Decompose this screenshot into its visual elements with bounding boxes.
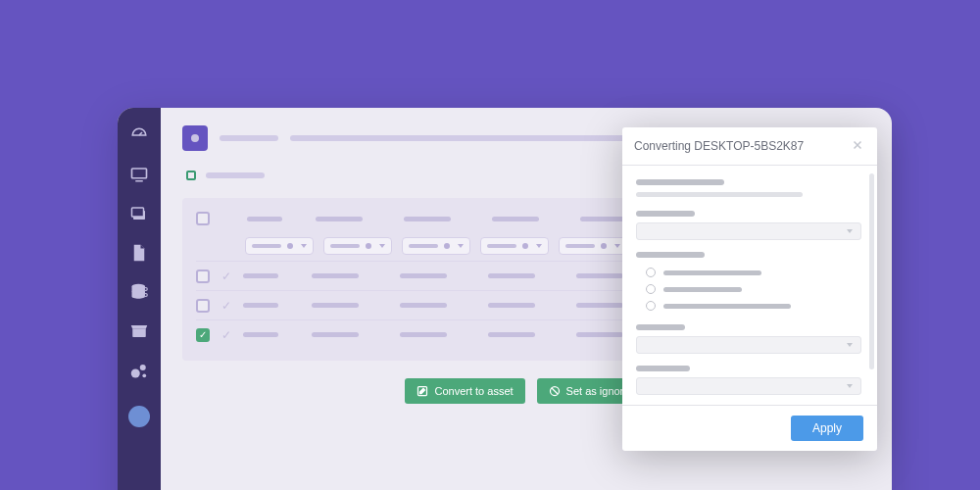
cell (488, 303, 535, 308)
cell (400, 332, 447, 337)
cell (576, 303, 623, 308)
column-header (316, 217, 363, 221)
cell (312, 332, 359, 337)
field-label (636, 324, 685, 330)
user-avatar[interactable] (128, 406, 150, 427)
cell (243, 273, 278, 278)
cell (488, 273, 535, 278)
svg-point-7 (131, 369, 140, 378)
status-square-icon (186, 171, 196, 180)
dropdown-field[interactable] (636, 377, 861, 395)
cell (400, 273, 447, 278)
dialog-body (622, 166, 877, 405)
cell (488, 332, 535, 337)
cell (312, 273, 359, 278)
ban-icon (549, 385, 561, 397)
select-all-checkbox[interactable] (196, 212, 210, 225)
dialog-footer: Apply (622, 405, 877, 451)
svg-point-9 (142, 373, 146, 377)
cell (243, 303, 278, 308)
check-icon: ✓ (221, 299, 231, 313)
sidebar-item-database[interactable] (128, 282, 150, 302)
sidebar-item-dashboard[interactable] (128, 125, 150, 145)
cell (400, 303, 447, 308)
dialog-scrollbar[interactable] (869, 173, 874, 369)
button-label: Convert to asset (434, 385, 513, 397)
sidebar (118, 108, 161, 490)
dialog-header: Converting DESKTOP-5BS2K87 (622, 127, 877, 166)
chevron-down-icon (847, 229, 853, 233)
column-header (247, 217, 282, 221)
cell (576, 273, 623, 278)
close-icon (852, 139, 863, 151)
field-label (636, 366, 690, 371)
chevron-down-icon (847, 343, 853, 347)
radio-icon (646, 284, 656, 294)
button-label: Apply (812, 421, 842, 435)
placeholder-line (206, 172, 265, 178)
svg-point-4 (144, 288, 147, 291)
radio-option[interactable] (636, 301, 861, 311)
convert-to-asset-button[interactable]: Convert to asset (405, 378, 524, 404)
dropdown-field[interactable] (636, 222, 861, 240)
dialog-title: Converting DESKTOP-5BS2K87 (634, 139, 804, 153)
radio-icon (646, 301, 656, 311)
field-label (636, 252, 705, 258)
chevron-down-icon (847, 384, 853, 388)
radio-label (663, 304, 791, 309)
svg-rect-6 (132, 329, 146, 337)
edit-icon (416, 385, 428, 397)
field-label (636, 211, 695, 217)
radio-icon (646, 268, 656, 277)
document-icon (132, 244, 146, 262)
column-header (492, 217, 539, 221)
filter-dropdown[interactable] (559, 237, 627, 255)
placeholder-line (220, 135, 278, 141)
desktop-icon (130, 167, 148, 182)
field-description (636, 192, 803, 197)
filter-dropdown[interactable] (402, 237, 470, 255)
field-label (636, 179, 724, 185)
check-icon: ✓ (221, 328, 231, 342)
svg-rect-2 (132, 208, 144, 217)
radio-label (663, 287, 742, 292)
filter-dropdown[interactable] (323, 237, 392, 255)
sidebar-item-document[interactable] (128, 243, 150, 263)
convert-dialog: Converting DESKTOP-5BS2K87 Apply (622, 127, 877, 451)
sidebar-item-desktop[interactable] (128, 165, 150, 184)
row-checkbox[interactable] (196, 328, 210, 342)
stack-icon (130, 206, 148, 221)
radio-option[interactable] (636, 284, 861, 294)
filter-dropdown[interactable] (480, 237, 549, 255)
database-icon (130, 283, 148, 301)
check-icon: ✓ (221, 270, 231, 283)
dashboard-icon (130, 126, 148, 144)
radio-option[interactable] (636, 268, 861, 277)
apply-button[interactable]: Apply (791, 416, 863, 441)
sidebar-item-stack[interactable] (128, 204, 150, 223)
dialog-close-button[interactable] (850, 137, 865, 155)
cell (243, 332, 278, 337)
row-checkbox[interactable] (196, 299, 210, 313)
page-icon-badge (182, 125, 208, 151)
svg-rect-0 (132, 169, 147, 178)
row-checkbox[interactable] (196, 270, 210, 283)
column-header (404, 217, 451, 221)
cell (312, 303, 359, 308)
sidebar-item-bubbles[interactable] (128, 361, 150, 380)
radio-label (663, 270, 761, 275)
sidebar-item-archive[interactable] (128, 321, 150, 341)
filter-dropdown[interactable] (245, 237, 314, 255)
svg-point-8 (140, 365, 146, 370)
cell (576, 332, 623, 337)
dropdown-field[interactable] (636, 336, 861, 354)
archive-icon (130, 324, 148, 338)
column-header (580, 217, 627, 221)
bubbles-icon (130, 362, 148, 379)
svg-point-5 (144, 294, 147, 297)
